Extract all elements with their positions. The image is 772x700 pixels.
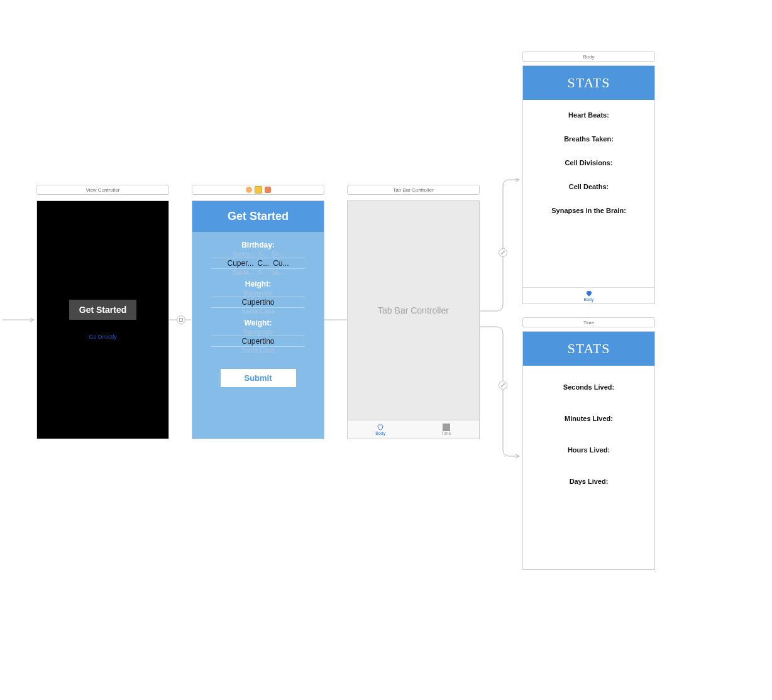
svg-line-4 xyxy=(502,251,505,254)
heart-icon xyxy=(376,424,385,431)
birthday-picker[interactable]: Sunny... S... Su... Cuper... C... Cu... … xyxy=(211,251,305,276)
segue-glyph xyxy=(499,248,507,257)
stat-row: Minutes Lived: xyxy=(565,415,613,422)
segue-glyph xyxy=(177,315,185,324)
screen-title: Tab Bar Controller xyxy=(347,185,480,195)
birthday-label: Birthday: xyxy=(241,241,275,249)
dock-icon xyxy=(255,186,262,194)
body-stats-screen: STATS Heart Beats: Breaths Taken: Cell D… xyxy=(522,65,655,304)
height-picker[interactable]: Sunnyvale Cupertino Santa Clara xyxy=(211,290,305,315)
time-stats-screen: STATS Seconds Lived: Minutes Lived: Hour… xyxy=(522,331,655,570)
tab-bar-controller-screen: Tab Bar Controller Body Time xyxy=(347,200,480,439)
stat-row: Days Lived: xyxy=(570,478,609,485)
screen-title-dock xyxy=(192,185,324,195)
stat-row: Breaths Taken: xyxy=(564,135,614,143)
submit-button[interactable]: Submit xyxy=(221,369,296,387)
heart-icon xyxy=(585,290,593,297)
svg-line-7 xyxy=(502,384,505,387)
view-controller-screen: Get Started Go Directly xyxy=(36,200,169,439)
screen-title: Time xyxy=(522,317,655,327)
tab-time[interactable]: Time xyxy=(414,420,480,439)
get-started-form-screen: Get Started Birthday: Sunny... S... Su..… xyxy=(192,200,324,439)
weight-label: Weight: xyxy=(245,319,272,327)
svg-rect-3 xyxy=(180,319,183,322)
dock-icon xyxy=(265,187,271,193)
height-label: Height: xyxy=(245,280,271,288)
screen-title: Body xyxy=(522,52,655,62)
tab-body[interactable]: Body xyxy=(523,287,654,304)
stats-header: STATS xyxy=(523,332,654,366)
stat-row: Cell Deaths: xyxy=(569,183,609,190)
form-header: Get Started xyxy=(192,201,324,232)
screen-title: View Controller xyxy=(36,185,169,195)
dock-icon xyxy=(246,187,252,193)
stat-row: Cell Divisions: xyxy=(565,159,613,167)
stat-row: Heart Beats: xyxy=(568,111,609,119)
stat-row: Hours Lived: xyxy=(568,446,610,454)
stat-row: Seconds Lived: xyxy=(563,383,614,391)
stat-row: Synapses in the Brain: xyxy=(551,207,626,214)
tab-body[interactable]: Body xyxy=(348,420,414,439)
go-directly-link[interactable]: Go Directly xyxy=(89,334,117,340)
stats-header: STATS xyxy=(523,66,654,100)
weight-picker[interactable]: Sunnyvale Cupertino Santa Clara xyxy=(211,329,305,354)
square-icon xyxy=(443,424,450,431)
get-started-button[interactable]: Get Started xyxy=(69,300,136,320)
tab-controller-placeholder: Tab Bar Controller xyxy=(348,201,479,420)
segue-glyph xyxy=(499,381,507,390)
